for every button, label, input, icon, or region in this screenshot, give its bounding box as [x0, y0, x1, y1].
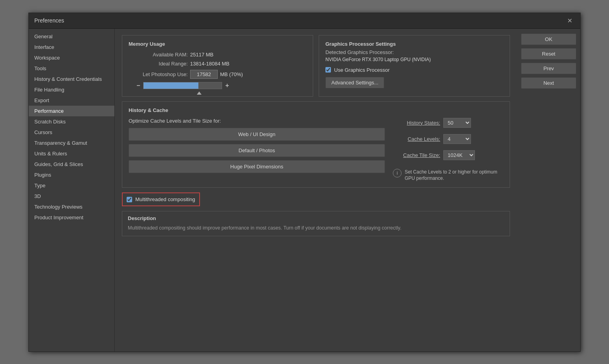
sidebar-item-export[interactable]: Export [29, 95, 114, 106]
slider-fill [144, 82, 198, 89]
ideal-range-row: Ideal Range: 13814-18084 MB [129, 61, 306, 67]
slider-thumb [197, 91, 202, 95]
top-sections: Memory Usage Available RAM: 25117 MB Ide… [122, 35, 510, 97]
use-gpu-row: Use Graphics Processor [325, 67, 503, 73]
sidebar-item-cursors[interactable]: Cursors [29, 127, 114, 138]
ok-button[interactable]: OK [521, 34, 576, 45]
history-cache-section: History & Cache Optimize Cache Levels an… [122, 101, 510, 188]
slider-minus-icon[interactable]: − [136, 82, 140, 89]
multithreaded-section: Multithreaded compositing [122, 192, 510, 206]
sidebar-item-3d[interactable]: 3D [29, 191, 114, 202]
sidebar-item-performance[interactable]: Performance [29, 106, 114, 116]
description-text: Multithreaded compositing should improve… [128, 224, 504, 232]
slider-container[interactable] [143, 82, 222, 89]
cache-right: History States: 50 20 100 Cache Levels: … [393, 118, 503, 182]
ideal-range-label: Ideal Range: [129, 61, 188, 67]
right-panel: OK Reset Prev Next [517, 29, 580, 351]
let-photoshop-use-row: Let Photoshop Use: MB (70%) [129, 70, 306, 79]
multithreaded-row: Multithreaded compositing [122, 192, 200, 206]
gpu-section-title: Graphics Processor Settings [325, 41, 503, 47]
sidebar-item-history-content[interactable]: History & Content Credentials [29, 74, 114, 84]
info-icon: i [393, 169, 402, 177]
history-states-select[interactable]: 50 20 100 [443, 118, 471, 128]
sidebar-item-type[interactable]: Type [29, 180, 114, 191]
preferences-dialog: Preferences ✕ General Interface Workspac… [28, 13, 581, 352]
sidebar-item-file-handling[interactable]: File Handling [29, 84, 114, 95]
history-states-row: History States: 50 20 100 [393, 118, 503, 128]
prev-button[interactable]: Prev [521, 63, 576, 74]
optimize-label: Optimize Cache Levels and Tile Size for: [129, 118, 385, 124]
advanced-settings-button[interactable]: Advanced Settings... [325, 77, 384, 88]
available-ram-value: 25117 MB [190, 52, 213, 58]
sidebar: General Interface Workspace Tools Histor… [29, 29, 115, 351]
slider-plus-icon[interactable]: + [225, 82, 229, 89]
memory-usage-section: Memory Usage Available RAM: 25117 MB Ide… [122, 35, 313, 97]
history-cache-title: History & Cache [129, 107, 503, 113]
main-content: Memory Usage Available RAM: 25117 MB Ide… [115, 29, 517, 351]
history-states-label: History States: [393, 120, 440, 126]
gpu-settings-section: Graphics Processor Settings Detected Gra… [319, 35, 510, 97]
memory-unit: MB (70%) [220, 71, 243, 77]
dialog-body: General Interface Workspace Tools Histor… [29, 29, 580, 351]
close-button[interactable]: ✕ [565, 16, 575, 25]
cache-levels-label: Cache Levels: [393, 136, 440, 142]
sidebar-item-general[interactable]: General [29, 31, 114, 42]
next-button[interactable]: Next [521, 77, 576, 89]
sidebar-item-guides-grid[interactable]: Guides, Grid & Slices [29, 159, 114, 170]
sidebar-item-product-improvement[interactable]: Product Improvement [29, 212, 114, 223]
cache-tile-size-label: Cache Tile Size: [393, 152, 440, 158]
cache-left: Optimize Cache Levels and Tile Size for:… [129, 118, 385, 182]
cache-info-text: Set Cache Levels to 2 or higher for opti… [405, 169, 503, 182]
description-title: Description [128, 215, 504, 221]
sidebar-item-units-rulers[interactable]: Units & Rulers [29, 148, 114, 159]
sidebar-item-tools[interactable]: Tools [29, 63, 114, 74]
memory-slider-track[interactable] [143, 82, 222, 89]
let-photoshop-label: Let Photoshop Use: [129, 71, 188, 77]
cache-levels-select[interactable]: 4 2 6 8 [443, 134, 471, 144]
use-gpu-label[interactable]: Use Graphics Processor [334, 67, 390, 73]
gpu-name: NVIDIA GeForce RTX 3070 Laptop GPU (NVID… [325, 57, 503, 62]
history-cache-body: Optimize Cache Levels and Tile Size for:… [129, 118, 503, 182]
multithreaded-checkbox[interactable] [127, 197, 132, 202]
sidebar-item-plugins[interactable]: Plugins [29, 170, 114, 180]
photoshop-memory-input[interactable] [190, 70, 218, 79]
web-ui-design-button[interactable]: Web / UI Design [129, 128, 385, 141]
description-section: Description Multithreaded compositing sh… [122, 211, 510, 236]
huge-pixel-button[interactable]: Huge Pixel Dimensions [129, 160, 385, 173]
cache-tile-size-select[interactable]: 1024K 512K 256K 128K [443, 150, 475, 160]
dialog-title: Preferences [34, 17, 64, 24]
gpu-detected-label: Detected Graphics Processor: [325, 49, 503, 55]
sidebar-item-workspace[interactable]: Workspace [29, 52, 114, 63]
reset-button[interactable]: Reset [521, 48, 576, 60]
multithreaded-label[interactable]: Multithreaded compositing [135, 196, 195, 202]
title-bar: Preferences ✕ [29, 13, 580, 29]
available-ram-row: Available RAM: 25117 MB [129, 52, 306, 58]
use-gpu-checkbox[interactable] [325, 67, 331, 73]
memory-slider-row: − + [129, 82, 306, 89]
sidebar-item-tech-previews[interactable]: Technology Previews [29, 202, 114, 212]
sidebar-item-interface[interactable]: Interface [29, 42, 114, 52]
cache-tile-size-row: Cache Tile Size: 1024K 512K 256K 128K [393, 150, 503, 160]
default-photos-button[interactable]: Default / Photos [129, 144, 385, 157]
ideal-range-value: 13814-18084 MB [190, 61, 230, 67]
sidebar-item-scratch-disks[interactable]: Scratch Disks [29, 116, 114, 127]
sidebar-item-transparency-gamut[interactable]: Transparency & Gamut [29, 138, 114, 148]
memory-section-title: Memory Usage [129, 41, 306, 47]
cache-levels-row: Cache Levels: 4 2 6 8 [393, 134, 503, 144]
cache-info-row: i Set Cache Levels to 2 or higher for op… [393, 169, 503, 182]
available-ram-label: Available RAM: [129, 52, 188, 58]
